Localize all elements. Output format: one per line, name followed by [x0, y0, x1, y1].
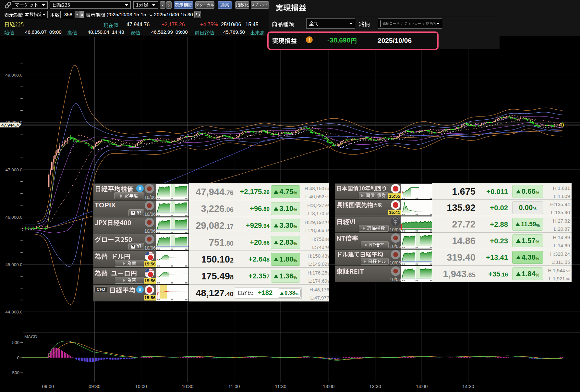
svg-text:47,000.0: 47,000.0	[5, 167, 22, 172]
svg-text:MACD: MACD	[24, 334, 37, 339]
svg-text:13:00: 13:00	[323, 384, 334, 389]
svg-text:14:00: 14:00	[416, 384, 428, 389]
svg-text:11:30: 11:30	[275, 384, 286, 389]
svg-text:14:30: 14:30	[462, 384, 474, 389]
svg-text:10:00: 10:00	[135, 384, 147, 389]
svg-text:47,944.76: 47,944.76	[1, 123, 21, 128]
svg-text:500: 500	[12, 340, 19, 345]
svg-text:13:30: 13:30	[369, 384, 381, 389]
svg-text:10:30: 10:30	[182, 384, 193, 389]
svg-text:11:00: 11:00	[228, 384, 240, 389]
svg-text:0: 0	[17, 355, 19, 360]
svg-text:49,000.0: 49,000.0	[5, 73, 22, 78]
svg-text:45,000.0: 45,000.0	[5, 262, 22, 267]
svg-text:09:00: 09:00	[42, 384, 54, 389]
svg-text:09:30: 09:30	[89, 384, 100, 389]
svg-text:-500: -500	[11, 370, 19, 375]
svg-text:46,000.0: 46,000.0	[5, 215, 22, 220]
svg-text:44,000.0: 44,000.0	[5, 310, 22, 314]
